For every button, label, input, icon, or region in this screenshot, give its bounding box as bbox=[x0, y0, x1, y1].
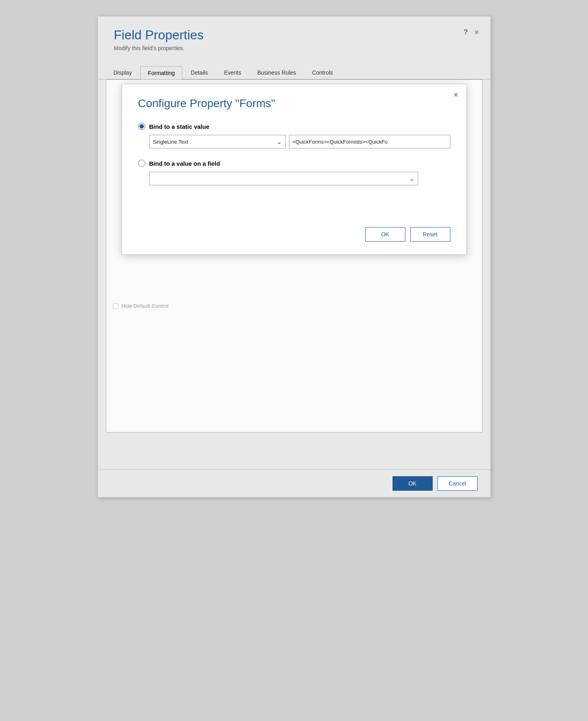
modal-title: Configure Property "Forms" bbox=[138, 97, 450, 110]
field-properties-dialog: Field Properties Modify this field's pro… bbox=[98, 16, 491, 498]
dialog-close-icon[interactable]: × bbox=[474, 28, 479, 37]
bind-static-label: Bind to a static value bbox=[149, 123, 210, 130]
bind-field-radio[interactable] bbox=[138, 160, 145, 167]
tab-details[interactable]: Details bbox=[183, 66, 216, 79]
tabs-bar: Display Formatting Details Events Busine… bbox=[98, 66, 490, 79]
dialog-title: Field Properties bbox=[114, 28, 474, 43]
configure-property-modal: × Configure Property "Forms" Bind to a s… bbox=[122, 84, 467, 255]
bind-field-option: Bind to a value on a field bbox=[138, 160, 450, 167]
field-dropdown[interactable] bbox=[149, 172, 418, 185]
modal-footer: OK Reset bbox=[138, 217, 450, 242]
modal-close-icon[interactable]: × bbox=[454, 91, 458, 99]
dialog-header: Field Properties Modify this field's pro… bbox=[98, 16, 490, 56]
static-value-row: SingleLine.Text MultiLine.Text Whole.Non… bbox=[149, 135, 450, 148]
dialog-subtitle: Modify this field's properties. bbox=[114, 45, 474, 51]
type-dropdown[interactable]: SingleLine.Text MultiLine.Text Whole.Non… bbox=[149, 135, 286, 148]
bottom-bar: OK Cancel bbox=[98, 469, 490, 497]
bind-static-option: Bind to a static value bbox=[138, 123, 450, 130]
field-value-row bbox=[149, 172, 450, 185]
static-value-input[interactable] bbox=[289, 135, 450, 148]
tab-business-rules[interactable]: Business Rules bbox=[250, 66, 304, 79]
field-dropdown-wrapper bbox=[149, 172, 418, 185]
tab-controls[interactable]: Controls bbox=[304, 66, 340, 79]
footer-ok-button[interactable]: OK bbox=[393, 476, 433, 491]
bind-field-label: Bind to a value on a field bbox=[149, 160, 220, 167]
bind-static-radio[interactable] bbox=[138, 123, 145, 130]
tab-display[interactable]: Display bbox=[106, 66, 140, 79]
footer-cancel-button[interactable]: Cancel bbox=[437, 476, 478, 491]
help-icon[interactable]: ? bbox=[464, 28, 468, 37]
modal-overlay: × Configure Property "Forms" Bind to a s… bbox=[106, 80, 482, 432]
tab-content-panel: × Configure Property "Forms" Bind to a s… bbox=[106, 79, 482, 433]
type-select-wrapper: SingleLine.Text MultiLine.Text Whole.Non… bbox=[149, 135, 286, 148]
tab-formatting[interactable]: Formatting bbox=[140, 66, 182, 79]
tab-events[interactable]: Events bbox=[216, 66, 249, 79]
dialog-header-actions: ? × bbox=[464, 28, 479, 37]
content-area: × Configure Property "Forms" Bind to a s… bbox=[98, 79, 490, 469]
modal-reset-button[interactable]: Reset bbox=[410, 227, 450, 242]
modal-ok-button[interactable]: OK bbox=[365, 227, 405, 242]
